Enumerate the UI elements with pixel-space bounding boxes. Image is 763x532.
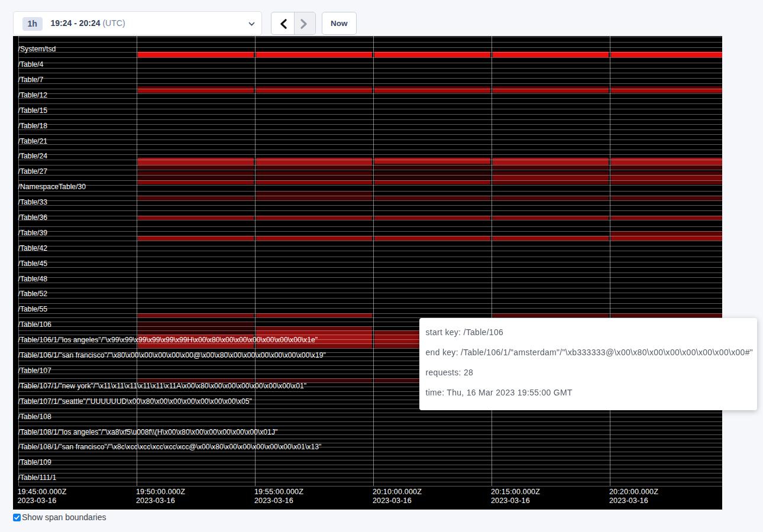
svg-text:2023-03-16: 2023-03-16 <box>609 497 648 505</box>
svg-text:2023-03-16: 2023-03-16 <box>491 497 530 505</box>
svg-text:/Table/106/1/"san francisco"/": /Table/106/1/"san francisco"/"\x80\x00\x… <box>18 351 326 359</box>
svg-text:/Table/109: /Table/109 <box>18 458 51 466</box>
svg-text:2023-03-16: 2023-03-16 <box>17 497 56 505</box>
svg-text:/Table/24: /Table/24 <box>18 152 48 160</box>
svg-text:/Table/15: /Table/15 <box>18 106 48 115</box>
svg-text:19:45:00.000Z: 19:45:00.000Z <box>17 488 66 496</box>
svg-text:19:55:00.000Z: 19:55:00.000Z <box>254 488 303 496</box>
svg-text:/Table/48: /Table/48 <box>18 275 48 283</box>
svg-text:/Table/4: /Table/4 <box>18 60 44 69</box>
svg-text:/Table/12: /Table/12 <box>18 91 48 99</box>
svg-text:20:20:00.000Z: 20:20:00.000Z <box>609 488 658 496</box>
svg-text:/Table/52: /Table/52 <box>18 290 48 298</box>
svg-text:19:50:00.000Z: 19:50:00.000Z <box>136 488 185 496</box>
svg-text:/Table/108/1/"los angeles"/"\x: /Table/108/1/"los angeles"/"\xa8\xf5\u00… <box>18 428 278 436</box>
svg-text:/System/tsd: /System/tsd <box>18 45 56 53</box>
svg-text:/Table/107: /Table/107 <box>18 366 51 375</box>
svg-text:/Table/36: /Table/36 <box>18 213 48 222</box>
svg-text:/Table/108: /Table/108 <box>18 413 51 421</box>
svg-text:/Table/7: /Table/7 <box>18 76 44 84</box>
svg-text:2023-03-16: 2023-03-16 <box>373 497 412 505</box>
svg-text:/Table/111/1: /Table/111/1 <box>18 473 57 482</box>
svg-text:/Table/21: /Table/21 <box>18 137 48 145</box>
svg-text:20:15:00.000Z: 20:15:00.000Z <box>491 488 540 496</box>
svg-text:/Table/33: /Table/33 <box>18 198 48 206</box>
svg-text:/Table/107/1/"new york"/"\x11\: /Table/107/1/"new york"/"\x11\x11\x11\x1… <box>18 382 306 390</box>
svg-text:/Table/45: /Table/45 <box>18 259 48 268</box>
svg-text:/NamespaceTable/30: /NamespaceTable/30 <box>18 183 86 191</box>
svg-text:2023-03-16: 2023-03-16 <box>254 497 293 505</box>
svg-text:/Table/39: /Table/39 <box>18 229 48 237</box>
svg-text:2023-03-16: 2023-03-16 <box>136 497 175 505</box>
svg-text:20:10:00.000Z: 20:10:00.000Z <box>373 488 422 496</box>
svg-text:/Table/106: /Table/106 <box>18 320 51 329</box>
svg-text:/Table/55: /Table/55 <box>18 305 48 313</box>
svg-text:/Table/108/1/"san francisco"/": /Table/108/1/"san francisco"/"\x8c\xcc\x… <box>18 443 322 451</box>
svg-text:/Table/107/1/"seattle"/"UUUUUU: /Table/107/1/"seattle"/"UUUUUUD\x00\x80\… <box>18 397 252 406</box>
svg-text:/Table/42: /Table/42 <box>18 244 48 252</box>
svg-text:/Table/106/1/"los angeles"/"\x: /Table/106/1/"los angeles"/"\x99\x99\x99… <box>18 336 318 344</box>
svg-text:/Table/27: /Table/27 <box>18 167 48 176</box>
svg-text:/Table/18: /Table/18 <box>18 122 48 130</box>
